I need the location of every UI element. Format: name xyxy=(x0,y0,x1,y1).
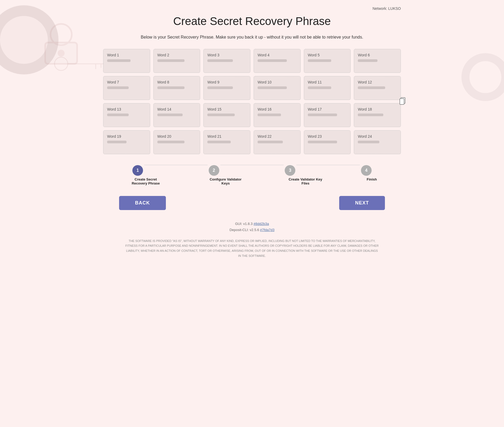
word-value-1 xyxy=(107,59,131,62)
gui-hash-link[interactable]: #8dd2b3a xyxy=(254,222,269,226)
word-label-18: Word 18 xyxy=(358,107,397,111)
next-button[interactable]: NEXT xyxy=(339,196,385,210)
word-card-8: Word 8 xyxy=(153,76,200,100)
footer-info: GUI: v1.8.3 #8dd2b3a Deposit-CLI: v2.5.6… xyxy=(103,221,401,233)
word-value-23 xyxy=(308,141,337,143)
step-circle-1: 1 xyxy=(132,165,143,176)
word-value-11 xyxy=(308,86,331,89)
word-value-6 xyxy=(358,59,377,62)
word-label-5: Word 5 xyxy=(308,53,347,57)
word-value-20 xyxy=(157,141,185,143)
word-value-21 xyxy=(207,141,231,143)
word-card-11: Word 11 xyxy=(304,76,351,100)
word-value-17 xyxy=(308,114,337,116)
bg-lock-icon xyxy=(35,16,88,69)
word-card-6: Word 6 xyxy=(354,49,401,73)
word-label-20: Word 20 xyxy=(157,134,196,139)
step-line-2 xyxy=(220,165,284,165)
word-label-2: Word 2 xyxy=(157,53,196,57)
step-label-3: Create Validator Key Files xyxy=(287,177,324,185)
word-card-20: Word 20 xyxy=(153,130,200,154)
word-card-4: Word 4 xyxy=(254,49,301,73)
word-value-24 xyxy=(358,141,379,143)
bg-circle xyxy=(0,5,58,74)
step-line-3 xyxy=(296,165,360,165)
word-value-12 xyxy=(358,86,385,89)
step-label-2: Configure Validator Keys xyxy=(207,177,244,185)
page-wrapper: Network: LUKSO Create Secret Recovery Ph… xyxy=(93,0,411,258)
svg-rect-1 xyxy=(45,43,77,64)
word-label-11: Word 11 xyxy=(308,80,347,84)
step-line-1 xyxy=(144,165,208,165)
word-card-7: Word 7 xyxy=(103,76,150,100)
step-label-4: Finish xyxy=(367,177,377,185)
step-circle-3: 3 xyxy=(285,165,295,176)
word-label-14: Word 14 xyxy=(157,107,196,111)
svg-point-0 xyxy=(51,24,72,45)
word-card-17: Word 17 xyxy=(304,103,351,127)
network-text: Network: LUKSO xyxy=(372,6,401,11)
word-label-21: Word 21 xyxy=(207,134,246,139)
word-card-2: Word 2 xyxy=(153,49,200,73)
word-value-18 xyxy=(358,114,383,116)
bg-right-circle xyxy=(461,53,504,101)
gui-version: GUI: v1.8.3 xyxy=(235,222,253,226)
word-label-16: Word 16 xyxy=(258,107,297,111)
word-card-21: Word 21 xyxy=(203,130,250,154)
step-label-1: Create Secret Recovery Phrase xyxy=(127,177,164,185)
word-card-10: Word 10 xyxy=(254,76,301,100)
word-card-15: Word 15 xyxy=(203,103,250,127)
subtitle: Below is your Secret Recovery Phrase. Ma… xyxy=(103,34,401,40)
svg-point-2 xyxy=(58,51,64,56)
back-button[interactable]: BACK xyxy=(119,196,166,210)
word-card-22: Word 22 xyxy=(254,130,301,154)
svg-rect-8 xyxy=(400,99,404,104)
step-labels-row: Create Secret Recovery PhraseConfigure V… xyxy=(103,177,401,185)
word-label-13: Word 13 xyxy=(107,107,146,111)
cli-version: Deposit-CLI: v2.5.6 xyxy=(229,228,260,232)
copy-button[interactable] xyxy=(399,97,406,107)
word-label-24: Word 24 xyxy=(358,134,397,139)
word-label-10: Word 10 xyxy=(258,80,297,84)
copy-icon xyxy=(399,97,406,105)
svg-point-3 xyxy=(54,57,68,70)
footer-legal: THE SOFTWARE IS PROVIDED "AS IS", WITHOU… xyxy=(103,238,401,258)
word-value-16 xyxy=(258,114,281,116)
word-card-1: Word 1 xyxy=(103,49,150,73)
word-label-1: Word 1 xyxy=(107,53,146,57)
step-circle-4: 4 xyxy=(361,165,372,176)
step-circle-2: 2 xyxy=(209,165,219,176)
word-value-4 xyxy=(258,59,287,62)
cli-hash-link[interactable]: #7fda7d3 xyxy=(260,228,274,232)
word-value-7 xyxy=(107,86,129,89)
word-label-7: Word 7 xyxy=(107,80,146,84)
word-label-12: Word 12 xyxy=(358,80,397,84)
word-card-24: Word 24 xyxy=(354,130,401,154)
word-card-18: Word 18 xyxy=(354,103,401,127)
word-label-9: Word 9 xyxy=(207,80,246,84)
word-card-19: Word 19 xyxy=(103,130,150,154)
word-card-23: Word 23 xyxy=(304,130,351,154)
word-value-15 xyxy=(207,114,235,116)
word-card-13: Word 13 xyxy=(103,103,150,127)
page-title: Create Secret Recovery Phrase xyxy=(103,15,401,28)
word-value-19 xyxy=(107,141,127,143)
word-value-10 xyxy=(258,86,287,89)
word-card-12: Word 12 xyxy=(354,76,401,100)
word-card-5: Word 5 xyxy=(304,49,351,73)
word-value-9 xyxy=(207,86,233,89)
network-label: Network: LUKSO xyxy=(103,0,401,15)
word-value-2 xyxy=(157,59,185,62)
word-value-8 xyxy=(157,86,185,89)
words-grid: Word 1 Word 2 Word 3 Word 4 Word 5 Word … xyxy=(103,49,401,154)
word-value-13 xyxy=(107,114,129,116)
word-card-16: Word 16 xyxy=(254,103,301,127)
word-value-3 xyxy=(207,59,233,62)
word-label-8: Word 8 xyxy=(157,80,196,84)
word-card-3: Word 3 xyxy=(203,49,250,73)
word-label-3: Word 3 xyxy=(207,53,246,57)
word-card-9: Word 9 xyxy=(203,76,250,100)
word-label-17: Word 17 xyxy=(308,107,347,111)
word-value-14 xyxy=(157,114,183,116)
word-value-5 xyxy=(308,59,331,62)
